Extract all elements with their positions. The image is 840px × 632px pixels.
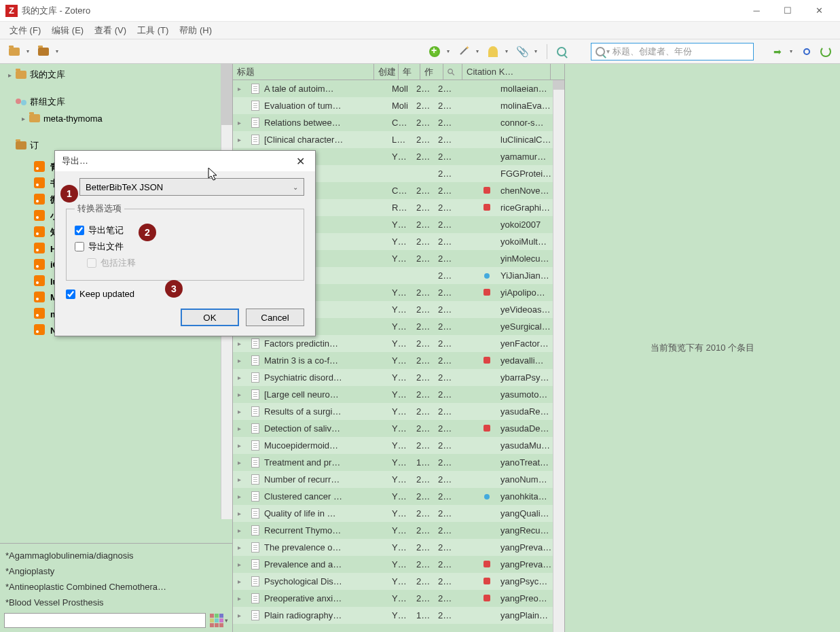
- item-row[interactable]: ▸[Clinical character…L…2…20…luClinicalC…: [233, 131, 564, 148]
- item-expand-icon[interactable]: ▸: [233, 136, 245, 143]
- item-expand-icon[interactable]: ▸: [233, 476, 245, 483]
- item-expand-icon[interactable]: ▸: [233, 119, 245, 126]
- column-header-citation-key[interactable]: Citation K…: [462, 64, 551, 80]
- add-attachment-button[interactable]: 📎: [515, 44, 530, 59]
- item-expand-icon[interactable]: ▸: [233, 561, 245, 568]
- dropdown-caret-icon[interactable]: ▾: [534, 48, 540, 54]
- new-library-button[interactable]: [36, 44, 51, 59]
- item-expand-icon[interactable]: ▸: [233, 510, 245, 517]
- item-expand-icon[interactable]: ▸: [233, 85, 245, 92]
- window-close-button[interactable]: ✕: [803, 0, 835, 22]
- item-row[interactable]: ▸Detection of saliv…Y…2…20…yasudaDe…: [233, 420, 564, 437]
- sync-button[interactable]: [818, 44, 833, 59]
- tag-item[interactable]: *Antineoplastic Combined Chemothera…: [4, 579, 228, 595]
- searchbox[interactable]: ▾: [591, 43, 754, 60]
- items-scrollbar[interactable]: [553, 80, 564, 632]
- format-select[interactable]: BetterBibTeX JSON ⌄: [79, 178, 304, 196]
- group-libraries-header[interactable]: 群组文库: [0, 94, 232, 110]
- item-expand-icon[interactable]: ▸: [233, 493, 245, 500]
- item-expand-icon[interactable]: ▸: [233, 578, 245, 585]
- item-expand-icon[interactable]: ▸: [233, 527, 245, 534]
- item-expand-icon[interactable]: ▸: [233, 374, 245, 381]
- item-row[interactable]: ▸Factors predictin…Y…2…20…yenFactor…: [233, 335, 564, 352]
- tag-item[interactable]: *Blood Vessel Prosthesis: [4, 595, 228, 610]
- dialog-close-button[interactable]: ✕: [292, 153, 308, 169]
- tag-item[interactable]: *Agammaglobulinemia/diagnosis: [4, 548, 228, 563]
- item-row[interactable]: ▸Number of recurr…Y…2…20…yanoNum…: [233, 471, 564, 488]
- menu-view[interactable]: 查看 (V): [89, 22, 132, 39]
- dialog-cancel-button[interactable]: Cancel: [246, 309, 304, 326]
- tree-toggle-icon[interactable]: ▸: [4, 71, 15, 79]
- add-by-identifier-button[interactable]: [456, 44, 471, 59]
- dropdown-caret-icon[interactable]: ▾: [606, 48, 610, 55]
- item-row[interactable]: ▸Psychological Dis…Y…2…20…yangPsyc…: [233, 573, 564, 590]
- dropdown-caret-icon[interactable]: ▾: [790, 48, 795, 54]
- item-row[interactable]: ▸Treatment and pr…Y…1…20…yanoTreat…: [233, 454, 564, 471]
- column-header-creator[interactable]: 创建: [374, 64, 399, 80]
- collection-my-library[interactable]: ▸ 我的文库: [0, 67, 232, 83]
- group-item-meta-thymoma[interactable]: ▸ meta-thymoma: [0, 110, 232, 126]
- tree-toggle-icon[interactable]: ▸: [18, 115, 29, 122]
- item-row[interactable]: ▸[Large cell neuro…Y…2…20…yasumoto…: [233, 386, 564, 403]
- dialog-ok-button[interactable]: OK: [181, 309, 239, 326]
- dropdown-caret-icon[interactable]: ▾: [505, 48, 511, 54]
- column-header-year[interactable]: 年: [399, 64, 420, 80]
- item-expand-icon[interactable]: ▸: [233, 425, 245, 432]
- item-expand-icon[interactable]: ▸: [233, 612, 245, 619]
- item-expand-icon[interactable]: ▸: [233, 340, 245, 347]
- locate-button[interactable]: ➡: [770, 44, 785, 59]
- search-input[interactable]: [613, 46, 749, 56]
- menu-tools[interactable]: 工具 (T): [132, 22, 174, 39]
- export-files-checkbox[interactable]: 导出文件: [75, 241, 295, 253]
- item-row[interactable]: Evaluation of tum…Moli2…20…molinaEva…: [233, 97, 564, 114]
- item-row[interactable]: ▸Recurrent Thymo…Y…2…20…yangRecu…: [233, 522, 564, 539]
- dialog-titlebar[interactable]: 导出… ✕: [55, 151, 315, 171]
- menu-file[interactable]: 文件 (F): [4, 22, 46, 39]
- checkbox-input[interactable]: [75, 226, 84, 235]
- item-expand-icon[interactable]: ▸: [233, 459, 245, 466]
- item-expand-icon[interactable]: ▸: [233, 408, 245, 415]
- item-row[interactable]: ▸Psychiatric disord…Y…2…20…ybarraPsy…: [233, 369, 564, 386]
- item-row[interactable]: ▸Clustered cancer …Y…2…20…yanohkita…: [233, 488, 564, 505]
- window-minimize-button[interactable]: ─: [741, 0, 772, 22]
- column-header-title[interactable]: 标题: [233, 64, 374, 80]
- column-header-checked[interactable]: 作: [420, 64, 443, 80]
- item-row[interactable]: ▸Plain radiography…Y…1…20…yangPlain…: [233, 607, 564, 624]
- export-notes-checkbox[interactable]: 导出笔记: [75, 224, 295, 236]
- keep-updated-checkbox[interactable]: Keep updated: [66, 289, 304, 299]
- item-row[interactable]: ▸Preoperative anxi…Y…2…20…yangPreo…: [233, 590, 564, 607]
- item-row[interactable]: ▸Matrin 3 is a co-f…Y…2…20…yedavalli…: [233, 352, 564, 369]
- item-expand-icon[interactable]: ▸: [233, 544, 245, 551]
- item-expand-icon[interactable]: ▸: [233, 391, 245, 398]
- new-collection-button[interactable]: [7, 44, 22, 59]
- item-row[interactable]: ▸A tale of autoim…Moll2…20…mollaeian…: [233, 80, 564, 97]
- new-item-button[interactable]: [427, 44, 442, 59]
- checkbox-input[interactable]: [75, 242, 84, 251]
- sync-status-button[interactable]: [799, 44, 814, 59]
- menu-edit[interactable]: 编辑 (E): [46, 22, 89, 39]
- tag-color-menu-button[interactable]: [210, 614, 223, 627]
- item-row[interactable]: ▸Prevalence and a…Y…2…20…yangPreva…: [233, 556, 564, 573]
- item-row[interactable]: ▸Results of a surgi…Y…2…20…yasudaRe…: [233, 403, 564, 420]
- item-row[interactable]: ▸Mucoepidermoid…Y…2…20…yasudaMu…: [233, 437, 564, 454]
- dropdown-caret-icon[interactable]: ▾: [476, 48, 481, 54]
- menu-help[interactable]: 帮助 (H): [174, 22, 217, 39]
- new-note-button[interactable]: [486, 44, 500, 59]
- item-row[interactable]: ▸Quality of life in …Y…2…20…yangQuali…: [233, 505, 564, 522]
- rss-icon: [34, 259, 45, 270]
- checkbox-input[interactable]: [66, 289, 75, 299]
- dropdown-caret-icon[interactable]: ▾: [225, 617, 228, 624]
- advanced-search-button[interactable]: [554, 44, 569, 59]
- item-expand-icon[interactable]: ▸: [233, 442, 245, 449]
- tag-item[interactable]: *Angioplasty: [4, 563, 228, 579]
- dropdown-caret-icon[interactable]: ▾: [26, 48, 32, 54]
- item-expand-icon[interactable]: ▸: [233, 595, 245, 602]
- dropdown-caret-icon[interactable]: ▾: [447, 48, 452, 54]
- window-maximize-button[interactable]: ☐: [772, 0, 803, 22]
- tag-filter-input[interactable]: [4, 613, 206, 628]
- column-header-attachment[interactable]: ⚲: [443, 64, 462, 80]
- item-row[interactable]: ▸The prevalence o…Y…2…20…yangPreva…: [233, 539, 564, 556]
- item-expand-icon[interactable]: ▸: [233, 357, 245, 364]
- dropdown-caret-icon[interactable]: ▾: [56, 48, 61, 54]
- item-row[interactable]: ▸Relations betwee…C…2…20…connor-s…: [233, 114, 564, 131]
